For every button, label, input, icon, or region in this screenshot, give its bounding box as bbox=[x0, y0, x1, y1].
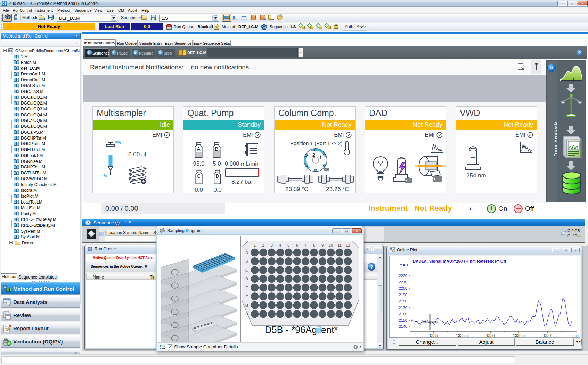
svg-text:2160: 2160 bbox=[399, 312, 407, 316]
svg-text:D: D bbox=[216, 174, 219, 179]
svg-text:2220: 2220 bbox=[399, 274, 407, 278]
svg-text:F: F bbox=[246, 295, 248, 299]
svg-text:1335: 1335 bbox=[429, 333, 438, 338]
svg-text:A: A bbox=[197, 146, 200, 152]
svg-text:G: G bbox=[245, 303, 248, 307]
svg-text:1335.5: 1335.5 bbox=[456, 333, 468, 338]
svg-text:1337: 1337 bbox=[543, 333, 552, 338]
svg-text:2210: 2210 bbox=[399, 280, 407, 284]
svg-text:E: E bbox=[245, 285, 248, 290]
svg-text:1336.5: 1336.5 bbox=[513, 333, 525, 338]
svg-text:8: 8 bbox=[313, 243, 315, 247]
svg-text:H: H bbox=[245, 312, 248, 316]
svg-text:A: A bbox=[245, 250, 248, 255]
svg-text:1: 1 bbox=[254, 243, 256, 247]
svg-text:10: 10 bbox=[329, 243, 333, 247]
svg-text:2170: 2170 bbox=[399, 306, 407, 310]
svg-text:2150: 2150 bbox=[399, 318, 407, 322]
svg-text:2: 2 bbox=[312, 152, 315, 158]
svg-text:9: 9 bbox=[321, 243, 324, 247]
svg-text:C: C bbox=[197, 174, 201, 179]
svg-text:5: 5 bbox=[287, 243, 289, 247]
svg-text:2200: 2200 bbox=[399, 286, 407, 290]
svg-text:min: min bbox=[572, 333, 579, 338]
svg-text:2190: 2190 bbox=[399, 293, 407, 297]
svg-text:4: 4 bbox=[279, 243, 281, 247]
svg-text:2180: 2180 bbox=[399, 299, 407, 303]
svg-text:B: B bbox=[215, 146, 218, 152]
svg-text:1336: 1336 bbox=[486, 333, 495, 338]
svg-text:B: B bbox=[245, 259, 248, 263]
svg-text:D: D bbox=[245, 277, 248, 281]
svg-text:C: C bbox=[245, 268, 248, 272]
svg-text:12: 12 bbox=[346, 243, 350, 247]
svg-text:3: 3 bbox=[271, 243, 273, 247]
svg-text:mAU: mAU bbox=[400, 263, 408, 267]
svg-text:11: 11 bbox=[337, 243, 341, 247]
svg-text:D5B - *96Agilent*: D5B - *96Agilent* bbox=[265, 325, 338, 335]
svg-text:6: 6 bbox=[296, 243, 298, 247]
svg-text:2: 2 bbox=[262, 243, 264, 247]
svg-text:2140: 2140 bbox=[399, 324, 407, 329]
svg-text:7: 7 bbox=[304, 243, 307, 247]
